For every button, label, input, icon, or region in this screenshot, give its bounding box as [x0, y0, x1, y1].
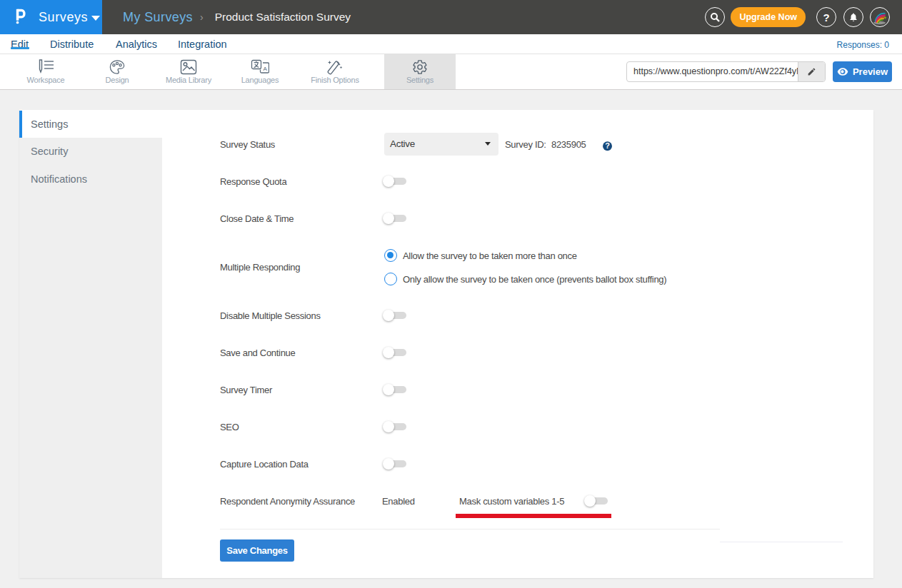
svg-text:A: A	[264, 66, 268, 72]
